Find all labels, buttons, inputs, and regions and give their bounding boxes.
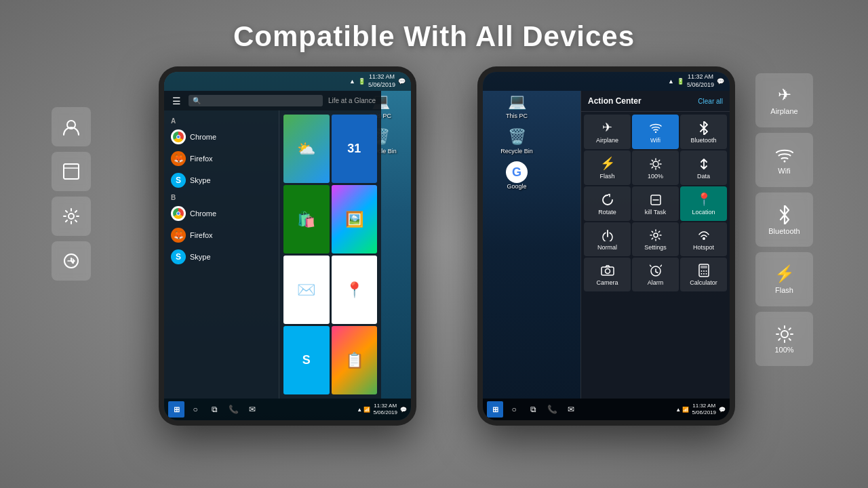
svg-line-36	[778, 329, 780, 330]
toggle-flash[interactable]: ⚡ Flash	[584, 150, 631, 185]
svg-point-26	[705, 270, 707, 272]
camera-toggle-label: Camera	[596, 279, 618, 286]
desktop-icon-thispc-right[interactable]: 💻 This PC	[490, 91, 544, 119]
svg-line-12	[658, 167, 659, 167]
firefox-label-a: Firefox	[190, 155, 213, 163]
sidebar-item-logout[interactable]	[52, 241, 91, 281]
page-title: Compatible With All Devices	[233, 20, 635, 53]
tile-gmail[interactable]: ✉️	[283, 256, 330, 324]
task-view-btn-right[interactable]: ⧉	[525, 401, 541, 418]
battery-icon-left: 🔋	[358, 78, 366, 85]
toggle-calculator[interactable]: Calculator	[680, 258, 727, 291]
normal-toggle-icon	[601, 228, 614, 242]
data-toggle-label: Data	[697, 173, 710, 180]
sidebar-quick-brightness[interactable]: 100%	[755, 312, 813, 366]
action-center: Action Center Clear all ✈ Airplane	[580, 91, 730, 399]
toggle-bluetooth[interactable]: Bluetooth	[680, 115, 727, 149]
windows-btn-left[interactable]: ⊞	[168, 401, 184, 418]
toggle-rotate[interactable]: Rotate	[584, 186, 631, 221]
sidebar-quick-airplane[interactable]: ✈ Airplane	[755, 73, 813, 127]
brightness-toggle-label: 100%	[648, 173, 663, 180]
hotspot-toggle-label: Hotspot	[693, 244, 714, 251]
tile-store[interactable]: 🛍️	[283, 185, 330, 253]
task-view-btn-left[interactable]: ⧉	[206, 401, 222, 418]
svg-point-17	[654, 233, 658, 237]
windows-btn-right[interactable]: ⊞	[487, 401, 503, 418]
svg-point-31	[781, 331, 788, 338]
tile-photos[interactable]: 🖼️	[332, 185, 378, 253]
taskbar-bottom-left: ⊞ ○ ⧉ 📞 ✉ ▲ 📶 11:32 AM 5/06/2019 💬	[164, 399, 411, 420]
clock-left: 11:32 AM 5/06/2019	[373, 403, 397, 417]
recycle-icon-right: 🗑️	[505, 126, 529, 148]
tile-grid: ⛅ 31 🛍️ 🖼️ ✉️ 📍 S 📋	[279, 110, 381, 399]
tile-weather[interactable]: ⛅	[283, 115, 330, 183]
app-item-firefox-a[interactable]: 🦊 Firefox	[164, 148, 279, 169]
desktop-icon-google[interactable]: G Google	[490, 161, 544, 190]
sidebar-item-user[interactable]	[52, 107, 91, 146]
toggle-location[interactable]: 📍 Location	[680, 186, 727, 221]
camera-toggle-icon	[601, 263, 614, 277]
google-icon: G	[505, 161, 529, 183]
google-label: Google	[507, 183, 526, 190]
killtask-toggle-icon	[650, 192, 662, 207]
toggle-normal[interactable]: Normal	[584, 222, 631, 256]
calculator-toggle-icon	[698, 263, 709, 277]
sidebar-item-settings[interactable]	[52, 197, 91, 236]
taskbar-right-right: ▲ 📶 11:32 AM 5/06/2019 💬	[675, 403, 726, 417]
svg-line-13	[658, 160, 659, 161]
sidebar-flash-label: Flash	[775, 286, 793, 294]
tile-tasks[interactable]: 📋	[332, 326, 378, 394]
svg-point-3	[68, 214, 74, 219]
app-item-chrome-a[interactable]: Chrome	[164, 126, 279, 148]
toggle-wifi[interactable]: Wifi	[632, 115, 679, 149]
sidebar-quick-flash[interactable]: ⚡ Flash	[755, 252, 813, 306]
clear-all-btn[interactable]: Clear all	[698, 98, 723, 105]
svg-point-25	[703, 270, 705, 272]
tray-icons-left: ▲ 📶	[357, 407, 370, 413]
tablet-screen-left: ▲ 🔋 11:32 AM 5/06/2019 💬 💻 This PC	[164, 72, 411, 420]
start-menu-body: A Chrome 🦊 Fi	[164, 110, 381, 399]
search-input-left[interactable]	[189, 95, 323, 106]
toggle-data[interactable]: Data	[680, 150, 727, 185]
tablet-right-container: ▲ 🔋 11:32 AM 5/06/2019 💬 💻 This PC	[464, 66, 816, 432]
svg-line-38	[789, 329, 790, 330]
phone-btn-left[interactable]: 📞	[225, 401, 241, 418]
mail-btn-right[interactable]: ✉	[563, 401, 579, 418]
app-item-skype-a[interactable]: S Skype	[164, 169, 279, 191]
clock-right: 11:32 AM 5/06/2019	[692, 403, 716, 417]
svg-point-28	[703, 273, 705, 274]
sidebar-quick-wifi[interactable]: Wifi	[755, 133, 813, 187]
sidebar-quick-bluetooth[interactable]: Bluetooth	[755, 192, 813, 247]
toggle-airplane[interactable]: ✈ Airplane	[584, 115, 631, 149]
app-item-chrome-b[interactable]: Chrome	[164, 203, 279, 224]
app-item-skype-b[interactable]: S Skype	[164, 246, 279, 268]
skype-icon-a: S	[171, 173, 186, 188]
firefox-icon-b: 🦊	[171, 228, 186, 243]
section-b: B	[164, 191, 279, 203]
skype-label-a: Skype	[190, 176, 211, 184]
sidebar-item-window[interactable]	[52, 152, 91, 191]
tile-calendar[interactable]: 31	[332, 115, 378, 183]
brightness-toggle-icon	[650, 157, 662, 171]
search-btn-left[interactable]: ○	[187, 401, 203, 418]
chrome-icon-a	[171, 129, 186, 144]
phone-btn-right[interactable]: 📞	[544, 401, 560, 418]
svg-rect-1	[64, 164, 79, 179]
mail-btn-left[interactable]: ✉	[244, 401, 260, 418]
tile-skype2[interactable]: S	[283, 326, 330, 394]
toggle-alarm[interactable]: Alarm	[632, 258, 679, 291]
rotate-toggle-label: Rotate	[598, 209, 616, 216]
toggle-killtask[interactable]: kill Task	[632, 186, 679, 221]
search-btn-right[interactable]: ○	[506, 401, 522, 418]
hamburger-icon[interactable]: ☰	[170, 96, 183, 106]
toggle-settings[interactable]: Settings	[632, 222, 679, 256]
action-center-header: Action Center Clear all	[581, 91, 730, 112]
svg-point-20	[605, 269, 610, 274]
tile-maps[interactable]: 📍	[332, 256, 378, 324]
toggle-hotspot[interactable]: Hotspot	[680, 222, 727, 256]
app-item-firefox-b[interactable]: 🦊 Firefox	[164, 224, 279, 246]
desktop-icon-recycle-right[interactable]: 🗑️ Recycle Bin	[490, 126, 544, 155]
toggle-brightness[interactable]: 100%	[632, 150, 679, 185]
toggle-camera[interactable]: Camera	[584, 258, 631, 291]
svg-point-30	[783, 160, 785, 162]
